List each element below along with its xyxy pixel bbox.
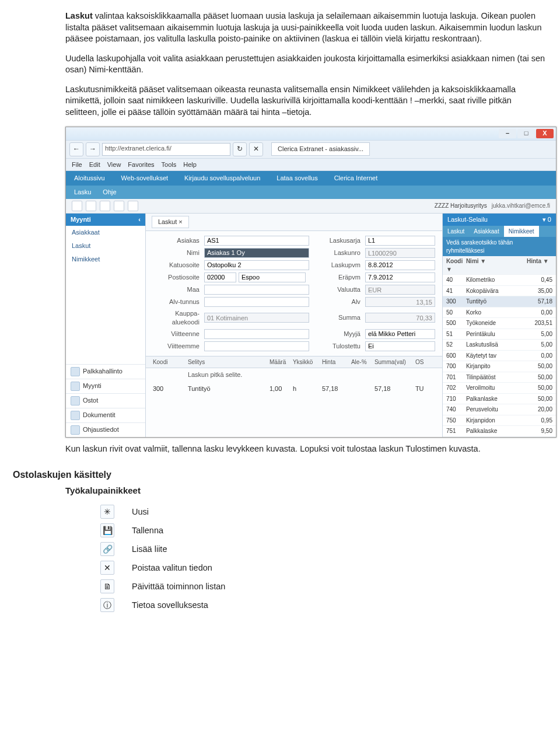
invoice-line[interactable]: 300 Tuntityö 1,00 h 57,18 57,18 TU xyxy=(146,383,442,395)
rrow-k: 50 xyxy=(446,309,466,317)
tb-print-icon[interactable] xyxy=(100,201,110,211)
rcol-hinta[interactable]: Hinta xyxy=(527,258,541,264)
input-viitteenne[interactable] xyxy=(204,329,309,339)
mod-myynti[interactable]: Myynti xyxy=(83,382,102,390)
rrow-n: Perusveloitu xyxy=(466,406,527,414)
nimike-row[interactable]: 702Veroilmoitu50,00 xyxy=(443,383,556,394)
input-sarja[interactable] xyxy=(365,236,435,246)
rtab-nimikkeet[interactable]: Nimikkeet xyxy=(504,226,539,237)
input-nimi[interactable] xyxy=(204,248,309,258)
input-myy[interactable] xyxy=(365,329,435,339)
leftnav-laskut[interactable]: Laskut xyxy=(66,239,145,253)
menu-edit[interactable]: Edit xyxy=(89,160,100,169)
rtab-asiakkaat[interactable]: Asiakkaat xyxy=(469,226,503,237)
nimike-row[interactable]: 52Laskutuslisä5,00 xyxy=(443,340,556,351)
leftnav-collapse-icon[interactable]: ‹ xyxy=(138,215,141,224)
input-postitmp[interactable] xyxy=(239,272,306,282)
nav-forward-button[interactable]: → xyxy=(86,142,100,156)
lh-os: OS xyxy=(415,358,433,366)
menu1-3[interactable]: Lataa sovellus xyxy=(276,174,317,183)
rrow-h: 0,95 xyxy=(527,417,552,425)
input-alvt[interactable] xyxy=(204,297,309,307)
mod-icon xyxy=(71,367,80,376)
input-katu[interactable] xyxy=(204,260,309,270)
ro-kauppa[interactable]: 01 Kotimainen xyxy=(204,313,309,323)
mod-icon xyxy=(71,411,80,420)
input-postinro[interactable] xyxy=(204,272,236,282)
tb-delete-icon[interactable] xyxy=(114,201,124,211)
rrow-k: 700 xyxy=(446,362,466,370)
refresh-button[interactable]: ↻ xyxy=(233,142,247,156)
input-era[interactable] xyxy=(365,272,435,282)
rrow-n: Korko xyxy=(466,309,527,317)
menu1-2[interactable]: Kirjaudu sovelluspalveluun xyxy=(184,174,260,183)
filter-icon[interactable]: ▼ xyxy=(446,266,452,272)
heading-ostolaskut: Ostolaskujen käsittely xyxy=(13,469,547,481)
menu1-1[interactable]: Web-sovellukset xyxy=(121,174,169,183)
mod-ohjaus[interactable]: Ohjaustiedot xyxy=(83,425,119,434)
leftnav-nimikkeet[interactable]: Nimikkeet xyxy=(66,253,145,266)
nimike-row[interactable]: 500Työkoneide203,51 xyxy=(443,318,556,329)
nimike-row[interactable]: 41Kokopäivära35,00 xyxy=(443,286,556,297)
lbl-sum: Summa xyxy=(314,313,360,322)
rcol-koodi[interactable]: Koodi xyxy=(446,258,463,264)
heading-tyokalu: Työkalupainikkeet xyxy=(65,485,547,497)
input-asiakas[interactable] xyxy=(204,236,309,246)
rrow-h: 9,50 xyxy=(527,427,552,435)
nimike-row[interactable]: 751Palkkalaske9,50 xyxy=(443,426,556,437)
filter-icon[interactable]: ▼ xyxy=(543,258,549,264)
browser-tab[interactable]: Clerica Extranet - asiakassiv... xyxy=(271,142,370,156)
rrow-k: 701 xyxy=(446,373,466,382)
nimike-row[interactable]: 51Perintäkulu5,00 xyxy=(443,329,556,340)
menu-file[interactable]: File xyxy=(72,160,82,169)
nimike-row[interactable]: 750Kirjanpidon0,95 xyxy=(443,415,556,427)
menu1-0[interactable]: Aloitussivu xyxy=(74,174,105,183)
nimike-row[interactable]: 740Perusveloitu20,00 xyxy=(443,404,556,415)
filter-icon[interactable]: ▼ xyxy=(480,258,486,264)
rrow-n: Tilinpäätöst xyxy=(466,373,527,382)
window-minimize-button[interactable]: – xyxy=(499,129,516,138)
menu2-0[interactable]: Lasku xyxy=(74,188,91,197)
center-tab-close-icon[interactable]: × xyxy=(178,218,182,225)
nimike-row[interactable]: 40Kilometriko0,45 xyxy=(443,275,556,286)
nimike-row[interactable]: 710Palkanlaske50,00 xyxy=(443,394,556,405)
rrow-h: 0,45 xyxy=(527,276,552,284)
menu-view[interactable]: View xyxy=(107,160,121,169)
nimike-row[interactable]: 600Käytetyt tav0,00 xyxy=(443,351,556,362)
lbl-myy: Myyjä xyxy=(314,330,360,338)
nimike-row[interactable]: 700Kirjanpito50,00 xyxy=(443,361,556,372)
rcol-nimi[interactable]: Nimi xyxy=(466,258,479,264)
nimike-row[interactable]: 701Tilinpäätöst50,00 xyxy=(443,372,556,383)
rrow-h: 203,51 xyxy=(527,319,552,327)
right-pin-icon[interactable]: ▾ 0 xyxy=(542,215,551,224)
input-maa[interactable] xyxy=(204,285,309,295)
input-tul[interactable] xyxy=(365,341,435,351)
nimike-row[interactable]: 300Tuntityö57,18 xyxy=(443,296,556,307)
mod-dokumentit[interactable]: Dokumentit xyxy=(83,411,116,420)
mod-palkka[interactable]: Palkkahallinto xyxy=(83,367,123,376)
leftnav-asiakkaat[interactable]: Asiakkaat xyxy=(66,226,145,239)
mod-icon xyxy=(71,425,80,435)
menu1-4[interactable]: Clerica Internet xyxy=(334,174,378,183)
nav-back-button[interactable]: ← xyxy=(69,142,83,156)
menu-tools[interactable]: Tools xyxy=(162,160,177,169)
tb-save-icon[interactable] xyxy=(86,201,96,211)
menu-help[interactable]: Help xyxy=(183,160,197,169)
rrow-h: 35,00 xyxy=(527,287,552,295)
tb-refresh-icon[interactable] xyxy=(128,201,138,211)
tb-new-icon[interactable] xyxy=(72,201,82,211)
rtab-laskut[interactable]: Laskut xyxy=(443,226,469,237)
tool-liite: Lisää liite xyxy=(132,544,167,555)
tool-poista: Poistaa valitun tiedon xyxy=(132,562,212,574)
mod-ostot[interactable]: Ostot xyxy=(83,396,98,405)
window-maximize-button[interactable]: □ xyxy=(517,129,535,138)
window-close-button[interactable]: X xyxy=(536,129,554,138)
url-input[interactable]: http://extranet.clerica.fi/ xyxy=(102,143,230,156)
nimike-row[interactable]: 50Korko0,00 xyxy=(443,307,556,319)
center-tab-label[interactable]: Laskut xyxy=(158,218,177,225)
stop-button[interactable]: ✕ xyxy=(249,142,263,156)
menu2-1[interactable]: Ohje xyxy=(103,188,116,197)
input-pvm[interactable] xyxy=(365,260,435,270)
input-viitteemme[interactable] xyxy=(204,341,309,351)
menu-favorites[interactable]: Favorites xyxy=(128,160,154,169)
